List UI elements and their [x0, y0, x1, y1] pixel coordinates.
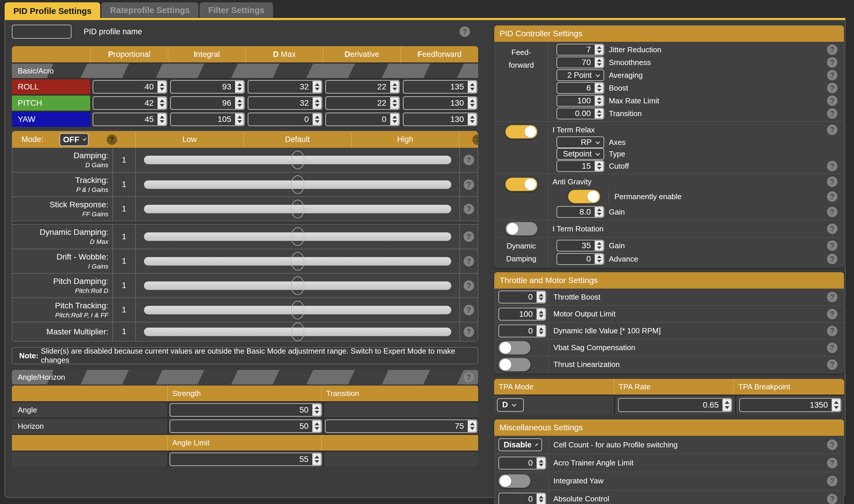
- roll-ff-input[interactable]: 135: [403, 80, 477, 93]
- stepper[interactable]: [312, 453, 321, 465]
- stepper[interactable]: [594, 109, 603, 119]
- yaw-i-input[interactable]: 105: [170, 113, 245, 126]
- help-icon[interactable]: ?: [464, 179, 474, 190]
- stepper[interactable]: [536, 291, 545, 303]
- stepper[interactable]: [235, 113, 244, 125]
- stepper[interactable]: [832, 399, 840, 411]
- stepper[interactable]: [390, 81, 399, 93]
- stepper[interactable]: [468, 113, 476, 125]
- help-icon[interactable]: ?: [464, 372, 474, 382]
- angle-limit-input[interactable]: 55: [170, 453, 322, 466]
- stepper[interactable]: [390, 113, 399, 125]
- help-icon[interactable]: ?: [464, 256, 474, 267]
- stepper[interactable]: [536, 493, 545, 504]
- stepper[interactable]: [390, 97, 399, 109]
- jitter-reduction-input[interactable]: 7: [556, 44, 604, 55]
- cell-count-select[interactable]: Disable: [498, 438, 542, 451]
- roll-p-input[interactable]: 40: [93, 80, 167, 93]
- tpa-breakpoint-input[interactable]: 1350: [739, 398, 841, 412]
- anti-gravity-gain-input[interactable]: 8.0: [556, 206, 604, 218]
- help-icon[interactable]: ?: [827, 44, 837, 55]
- yaw-dmax-input[interactable]: 0: [248, 113, 322, 126]
- help-icon[interactable]: ?: [827, 343, 837, 353]
- pitch-i-input[interactable]: 96: [170, 96, 245, 110]
- stepper[interactable]: [312, 420, 321, 432]
- help-icon[interactable]: ?: [472, 134, 478, 145]
- help-icon[interactable]: ?: [827, 125, 837, 135]
- pitch-ff-input[interactable]: 130: [403, 96, 477, 110]
- anti-gravity-toggle[interactable]: [505, 178, 537, 191]
- smoothness-input[interactable]: 70: [556, 57, 604, 68]
- stepper[interactable]: [536, 325, 545, 337]
- help-icon[interactable]: ?: [827, 458, 837, 468]
- help-icon[interactable]: ?: [827, 439, 837, 450]
- roll-dmax-input[interactable]: 32: [248, 80, 322, 93]
- stepper[interactable]: [468, 81, 476, 93]
- stepper[interactable]: [468, 97, 476, 109]
- tab-rateprofile-settings[interactable]: Rateprofile Settings: [101, 2, 198, 18]
- horizon-transition-input[interactable]: 75: [325, 419, 477, 433]
- tpa-rate-input[interactable]: 0.65: [618, 398, 732, 412]
- stepper[interactable]: [313, 81, 321, 93]
- throttle-boost-input[interactable]: 0: [498, 291, 546, 303]
- help-icon[interactable]: ?: [827, 292, 837, 302]
- stepper[interactable]: [594, 45, 603, 55]
- thrust-linearization-toggle[interactable]: [498, 358, 530, 371]
- help-icon[interactable]: ?: [827, 254, 837, 264]
- help-icon[interactable]: ?: [107, 134, 117, 145]
- help-icon[interactable]: ?: [827, 326, 837, 336]
- dynamic-damping-advance-input[interactable]: 0: [556, 253, 604, 265]
- anti-gravity-permanent-toggle[interactable]: [568, 190, 600, 203]
- horizon-strength-input[interactable]: 50: [170, 419, 322, 433]
- help-icon[interactable]: ?: [827, 161, 837, 171]
- stepper[interactable]: [157, 81, 166, 93]
- stepper[interactable]: [468, 420, 476, 432]
- stepper[interactable]: [594, 96, 603, 106]
- help-icon[interactable]: ?: [464, 327, 474, 337]
- stepper[interactable]: [312, 404, 321, 416]
- help-icon[interactable]: ?: [827, 494, 837, 504]
- help-icon[interactable]: ?: [827, 108, 837, 119]
- absolute-control-input[interactable]: 0: [498, 493, 546, 504]
- iterm-rotation-toggle[interactable]: [505, 222, 537, 235]
- help-icon[interactable]: ?: [464, 231, 474, 242]
- help-icon[interactable]: ?: [827, 95, 837, 106]
- stepper[interactable]: [594, 83, 603, 93]
- yaw-p-input[interactable]: 45: [93, 113, 167, 126]
- stepper[interactable]: [536, 309, 545, 320]
- help-icon[interactable]: ?: [460, 26, 470, 37]
- help-icon[interactable]: ?: [464, 155, 474, 165]
- stepper[interactable]: [594, 161, 603, 171]
- help-icon[interactable]: ?: [827, 309, 837, 319]
- roll-i-input[interactable]: 93: [170, 80, 245, 93]
- stepper[interactable]: [594, 57, 603, 67]
- integrated-yaw-toggle[interactable]: [498, 474, 530, 488]
- help-icon[interactable]: ?: [464, 204, 474, 214]
- dynamic-idle-input[interactable]: 0: [498, 325, 546, 337]
- help-icon[interactable]: ?: [827, 223, 837, 234]
- stepper[interactable]: [313, 97, 321, 109]
- help-icon[interactable]: ?: [827, 57, 837, 68]
- help-icon[interactable]: ?: [827, 207, 837, 217]
- stepper[interactable]: [536, 457, 545, 469]
- iterm-relax-type-select[interactable]: Setpoint: [556, 148, 604, 160]
- pitch-d-input[interactable]: 22: [325, 96, 400, 110]
- tab-pid-profile-settings[interactable]: PID Profile Settings: [5, 2, 100, 20]
- stepper[interactable]: [235, 81, 244, 93]
- stepper[interactable]: [594, 207, 603, 217]
- motor-output-limit-input[interactable]: 100: [498, 308, 546, 321]
- help-icon[interactable]: ?: [827, 191, 837, 202]
- angle-strength-input[interactable]: 50: [170, 403, 322, 417]
- help-icon[interactable]: ?: [827, 240, 837, 251]
- stepper[interactable]: [723, 399, 731, 411]
- max-rate-limit-input[interactable]: 100: [556, 95, 604, 107]
- dynamic-damping-gain-input[interactable]: 35: [556, 240, 604, 251]
- boost-input[interactable]: 6: [556, 82, 604, 94]
- stepper[interactable]: [313, 113, 321, 125]
- stepper[interactable]: [157, 113, 166, 125]
- stepper[interactable]: [157, 97, 166, 109]
- iterm-relax-axes-select[interactable]: RP: [556, 137, 604, 148]
- tab-filter-settings[interactable]: Filter Settings: [199, 2, 273, 18]
- stepper[interactable]: [594, 254, 603, 264]
- pitch-dmax-input[interactable]: 32: [248, 96, 322, 110]
